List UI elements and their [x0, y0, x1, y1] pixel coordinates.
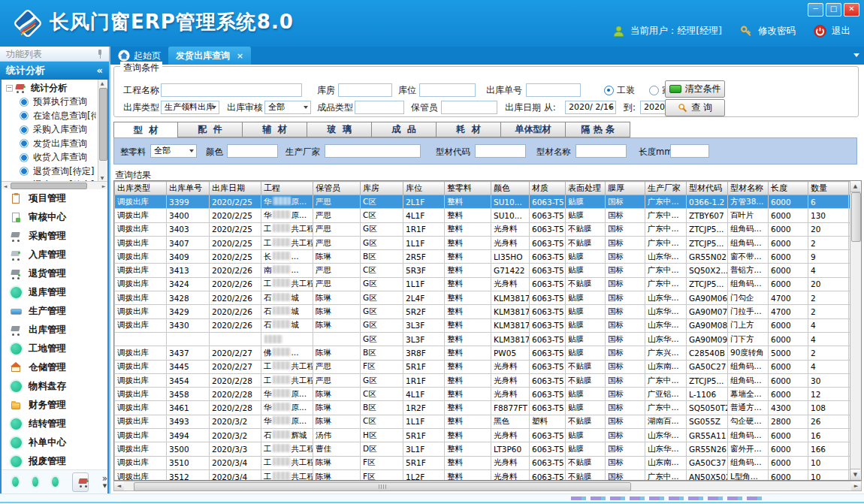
column-header-表面处理[interactable]: 表面处理 — [566, 182, 606, 195]
code-input[interactable] — [475, 144, 526, 158]
table-horizontal-scrollbar[interactable]: ◄ ► — [113, 481, 862, 491]
product-type-input[interactable] — [355, 101, 404, 114]
tab-shipment-query[interactable]: 发货出库查询 × — [168, 47, 251, 65]
sidebar-section-header[interactable]: 统计分析 « — [0, 62, 109, 80]
material-tab-隔热条[interactable]: 隔 热 条 — [566, 122, 630, 137]
column-header-库位[interactable]: 库位 — [403, 182, 445, 195]
minimize-button[interactable]: ─ — [808, 3, 823, 17]
scroll-right-icon[interactable]: ► — [851, 481, 861, 490]
table-row[interactable]: 调拨出库34452020/2/27工共工程严思F区5R1F整料光身料6063-T… — [115, 360, 862, 373]
name-input[interactable] — [575, 144, 627, 158]
column-header-材质[interactable]: 材质 — [530, 182, 566, 195]
table-row[interactable]: 调拨出库34932020/3/2华原...陈琳C区1L1F整料黑色塑料不贴膜国标… — [115, 415, 862, 428]
tree-item-预算执行查询[interactable]: 预算执行查询 — [2, 95, 96, 110]
table-row[interactable]: 调拨出库34612020/2/28华原...陈琳B区1R2F整料F8877FT6… — [115, 401, 862, 415]
order-no-input[interactable] — [526, 83, 581, 97]
tree-item-发货出库查询[interactable]: 发货出库查询 — [2, 137, 96, 151]
tree-horizontal-scrollbar[interactable]: ◄ ► — [2, 181, 107, 189]
table-row[interactable]: 调拨出库34092020/2/25长...陈琳B区2R5F整料LI35HO606… — [115, 250, 862, 264]
maker-input[interactable] — [325, 144, 421, 158]
column-header-出库单号[interactable]: 出库单号 — [167, 182, 210, 195]
scroll-left-icon[interactable]: ◄ — [114, 481, 124, 490]
quick-module-icon[interactable] — [12, 477, 19, 487]
sidebar-item-报废管理[interactable]: 报废管理 — [2, 452, 107, 471]
length-input[interactable] — [670, 144, 709, 158]
material-tab-单体型材[interactable]: 单体型材 — [501, 122, 566, 137]
radio-gongzhuang[interactable]: 工装 — [604, 84, 635, 97]
collapse-icon[interactable]: « — [97, 62, 103, 80]
location-input[interactable] — [419, 83, 476, 97]
sidebar-item-生产管理[interactable]: 生产管理 — [2, 302, 107, 321]
tree-expander-icon[interactable] — [6, 85, 13, 92]
vertical-scroll-thumb[interactable] — [851, 192, 861, 242]
change-password-link[interactable]: 修改密码 — [758, 25, 796, 38]
table-row[interactable]: 调拨出库34072020/2/25工共工程严思G区1L1F整料光身料6063-T… — [115, 236, 862, 249]
table-row[interactable]: 调拨出库35102020/3/4工共工程陈琳F区5R1F整料光身料6063-T5… — [115, 456, 862, 469]
sidebar-item-退货管理[interactable]: 退货管理 — [2, 264, 107, 283]
sidebar-item-结转管理[interactable]: 结转管理 — [2, 415, 107, 433]
sidebar-item-仓储管理[interactable]: 仓储管理 — [2, 358, 107, 377]
table-row[interactable]: 调拨出库34372020/2/27佛...陈琳B区3R8F整料PW056063-… — [115, 346, 862, 360]
column-header-生产厂家[interactable]: 生产厂家 — [645, 182, 687, 195]
pin-icon[interactable] — [96, 50, 104, 59]
column-header-保管员[interactable]: 保管员 — [313, 182, 361, 195]
tree-item-收货入库查询[interactable]: 收货入库查询 — [2, 151, 96, 165]
search-button[interactable]: 查 询 — [665, 99, 725, 116]
column-header-库房[interactable]: 库房 — [361, 182, 403, 195]
table-row[interactable]: G区3L3F整料KLM38176063-T5贴膜国标山东华...GA90M09.… — [115, 332, 862, 346]
logout-link[interactable]: 退出 — [832, 25, 850, 38]
scroll-up-icon[interactable]: ▲ — [850, 181, 860, 192]
sidebar-item-入库管理[interactable]: 入库管理 — [2, 246, 107, 264]
column-header-工程[interactable]: 工程 — [261, 182, 313, 195]
cart-module-button[interactable] — [72, 472, 89, 492]
quick-module-icon[interactable] — [52, 477, 59, 487]
table-row[interactable]: 调拨出库34132020/2/26南...严思C区5R3F整料G71422606… — [115, 264, 862, 277]
tree-vertical-scrollbar[interactable]: ▲ ▼ — [98, 80, 107, 182]
tree-item-退货查询[待定][interactable]: 退货查询[待定] — [2, 164, 96, 179]
out-type-select[interactable]: 生产领料出库 — [161, 101, 219, 114]
tree-item-采购入库查询[interactable]: 采购入库查询 — [2, 123, 96, 137]
table-row[interactable]: 调拨出库34292020/2/26石城陈琳G区5R2F整料KLM38176063… — [115, 305, 862, 318]
warehouse-input[interactable] — [338, 83, 392, 97]
material-tab-配件[interactable]: 配 件 — [178, 122, 243, 137]
table-row[interactable]: 调拨出库35002020/3/3工共工程曹佳D区3L1F整料LT3P606063… — [115, 442, 862, 456]
tree-root-statistics[interactable]: 统计分析 — [2, 81, 96, 95]
table-row[interactable]: 调拨出库34542020/2/28工共工程严思G区1R1F整料光身料6063-T… — [115, 373, 862, 387]
whole-part-select[interactable]: 全部 — [150, 144, 197, 158]
tree-item-在途信息查询[待[interactable]: 在途信息查询[待 — [2, 109, 96, 123]
sidebar-item-退库管理[interactable]: 退库管理 — [2, 283, 107, 302]
maximize-button[interactable]: □ — [826, 3, 841, 17]
table-vertical-scrollbar[interactable]: ▲ ▼ — [850, 181, 861, 480]
column-header-长度[interactable]: 长度 — [769, 182, 808, 195]
material-tab-辅材[interactable]: 辅 材 — [243, 122, 307, 137]
table-row[interactable]: 调拨出库34242020/2/26工共工程严思G区1L1F整料光身料6063-T… — [115, 277, 862, 291]
column-header-出库日期[interactable]: 出库日期 — [210, 182, 261, 195]
sidebar-item-补单中心[interactable]: 补单中心 — [2, 433, 107, 452]
sidebar-item-采购管理[interactable]: 采购管理 — [2, 227, 107, 246]
sidebar-item-财务管理[interactable]: 财务管理 — [2, 396, 107, 415]
sidebar-item-出库管理[interactable]: 出库管理 — [2, 321, 107, 340]
close-button[interactable]: ✕ — [844, 3, 859, 17]
project-name-input[interactable] — [161, 83, 302, 97]
out-audit-select[interactable]: 全部 — [264, 101, 311, 114]
table-row[interactable]: 调拨出库35122020/3/4工共工程陈琳F区1L2F整料光身料6063-T5… — [115, 469, 862, 481]
table-row[interactable]: 调拨出库34002020/2/25华原...严思C区4L1F整料SU10...6… — [115, 209, 862, 222]
table-row[interactable]: 调拨出库33992020/2/25华原...严思C区2L1F整料SU10...6… — [115, 195, 862, 209]
material-tab-玻璃[interactable]: 玻 璃 — [307, 122, 372, 137]
quick-module-icon[interactable] — [32, 477, 39, 487]
table-row[interactable]: 调拨出库34942020/3/2石辉城汤伟H区5R1F整料光身料6063-T5贴… — [115, 429, 862, 442]
sidebar-item-审核中心[interactable]: 审核中心 — [2, 208, 107, 227]
table-row[interactable]: 调拨出库34282020/2/26石城陈琳G区2L4F整料KLM38176063… — [115, 291, 862, 305]
tab-close-icon[interactable]: × — [237, 51, 243, 61]
horizontal-scroll-thumb[interactable] — [134, 482, 631, 491]
column-header-颜色[interactable]: 颜色 — [491, 182, 530, 195]
column-header-数量[interactable]: 数量 — [808, 182, 849, 195]
sidebar-item-物料盘存[interactable]: 物料盘存 — [2, 377, 107, 396]
table-row[interactable]: 调拨出库34582020/2/28华原...陈琳C区4L1F整料光身料6063-… — [115, 388, 862, 401]
table-row[interactable]: 调拨出库34302020/2/26石城陈琳G区3L3F整料KLM38176063… — [115, 318, 862, 332]
sidebar-item-工地管理[interactable]: 工地管理 — [2, 340, 107, 358]
keeper-input[interactable] — [441, 101, 497, 114]
date-from-select[interactable]: 2020/ 2/16 — [565, 101, 616, 114]
color-input[interactable] — [227, 144, 278, 158]
tab-list-dropdown-icon[interactable] — [853, 53, 859, 57]
